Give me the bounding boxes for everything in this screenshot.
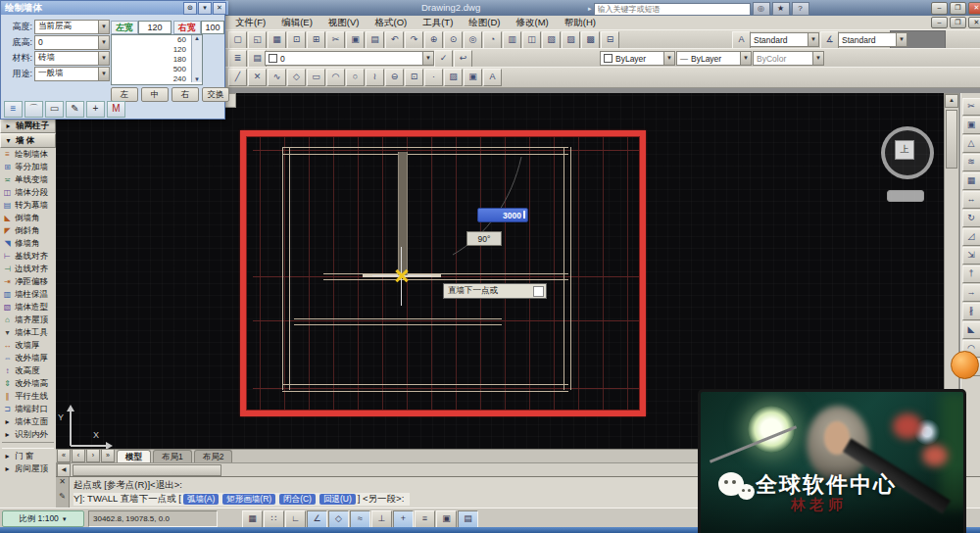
- color-control-dropdown[interactable]: ByLayer▼: [600, 51, 675, 66]
- redo-icon[interactable]: ↷: [405, 31, 423, 49]
- save-icon[interactable]: ▦: [268, 31, 286, 49]
- sidebar-item[interactable]: ▸ 轴网柱子: [0, 119, 56, 133]
- sidebar-item[interactable]: ◤ 倒斜角: [0, 224, 56, 237]
- layer-properties-icon[interactable]: ≣: [228, 50, 247, 68]
- plot-icon[interactable]: ⊡: [287, 31, 306, 49]
- tool-palettes-icon[interactable]: ▧: [542, 31, 561, 49]
- tab-scroll-arrow[interactable]: »: [101, 449, 115, 462]
- sidebar-item[interactable]: ⌂ 墙齐屋顶: [0, 314, 56, 326]
- plot-preview-icon[interactable]: ⊞: [307, 31, 325, 49]
- ellipse-icon[interactable]: ⊖: [385, 69, 404, 86]
- sidebar-item[interactable]: ▾ 墙体工具: [0, 326, 56, 339]
- array-icon[interactable]: ▦: [962, 172, 980, 190]
- field-dropdown[interactable]: 一般墙▼: [34, 67, 110, 81]
- otrack-toggle[interactable]: ≈: [350, 510, 370, 528]
- field-dropdown[interactable]: 砖墙▼: [34, 51, 110, 66]
- erase-icon[interactable]: ✂: [962, 98, 980, 116]
- extend-icon[interactable]: →: [962, 284, 980, 302]
- sidebar-item[interactable]: ∥ 平行生线: [0, 390, 56, 403]
- properties-icon[interactable]: ▥: [503, 31, 521, 49]
- line-icon[interactable]: ╱: [228, 69, 247, 86]
- dynamic-input-angle[interactable]: 90°: [466, 231, 502, 246]
- help-icon[interactable]: ?: [792, 2, 809, 16]
- menu-item[interactable]: 编辑(E): [273, 16, 320, 28]
- align-button[interactable]: 左: [111, 87, 138, 102]
- child-close-button[interactable]: ✕: [968, 17, 980, 28]
- menu-item[interactable]: 格式(O): [367, 16, 415, 28]
- sidebar-item[interactable]: [2, 442, 54, 449]
- undo-icon[interactable]: ↶: [385, 31, 404, 49]
- menu-item[interactable]: 工具(T): [415, 16, 461, 28]
- snap-toggle[interactable]: ▦: [242, 510, 263, 528]
- scroll-left-arrow[interactable]: ◀: [57, 463, 71, 477]
- model-toggle[interactable]: ▤: [458, 510, 478, 528]
- close-button[interactable]: ✕: [968, 2, 980, 15]
- sidebar-item[interactable]: ⊣ 边线对齐: [0, 263, 56, 275]
- qp-toggle[interactable]: ▣: [436, 510, 457, 528]
- dialog-title-bar[interactable]: 绘制墙体 ⊙▾✕: [1, 1, 228, 15]
- markup-icon[interactable]: ▩: [581, 31, 600, 49]
- mirror-icon[interactable]: △: [962, 135, 980, 153]
- polygon-icon[interactable]: ◇: [287, 69, 306, 86]
- preset-row[interactable]: 60: [112, 35, 202, 45]
- break-icon[interactable]: ∦: [962, 303, 980, 320]
- dialog-pin-icon[interactable]: ⊙: [183, 2, 197, 15]
- scale-selector[interactable]: 比例 1:100▼: [2, 510, 84, 527]
- zoom-window-icon[interactable]: ◎: [464, 31, 482, 49]
- straight-wall-icon[interactable]: ≡: [4, 101, 23, 118]
- dialog-close-icon[interactable]: ✕: [213, 2, 226, 15]
- sidebar-item[interactable]: ⇔ 改外墙厚: [0, 352, 56, 364]
- sidebar-item[interactable]: ▸ 墙体立面: [0, 415, 56, 428]
- dialog-rollup-icon[interactable]: ▾: [198, 2, 212, 15]
- sidebar-item[interactable]: ≍ 单线变墙: [0, 173, 56, 186]
- rotate-icon[interactable]: ↻: [962, 210, 980, 227]
- sidebar-item[interactable]: ◥ 修墙角: [0, 237, 56, 250]
- sidebar-item[interactable]: ↕ 改高度: [0, 364, 56, 377]
- command-option-chip[interactable]: 弧墙(A): [183, 494, 219, 505]
- copy-clip-icon[interactable]: ▣: [346, 31, 365, 49]
- field-dropdown[interactable]: 当前层高▼: [34, 20, 110, 34]
- infocenter-search-input[interactable]: [594, 3, 751, 16]
- arc-icon[interactable]: ◠: [326, 69, 345, 86]
- command-close-icon[interactable]: ✕: [56, 477, 69, 486]
- wall-width-preset-list[interactable]: 60120180500240 ▲ ▼: [111, 34, 203, 85]
- circle-icon[interactable]: ○: [346, 69, 365, 86]
- point-icon[interactable]: ·: [424, 69, 443, 86]
- polar-toggle[interactable]: ∠: [307, 510, 327, 528]
- child-restore-button[interactable]: ❐: [950, 17, 966, 28]
- sidebar-item[interactable]: ⇥ 净距偏移: [0, 275, 56, 288]
- ortho-toggle[interactable]: ∟: [285, 510, 306, 528]
- preset-row[interactable]: 240: [112, 74, 202, 84]
- sidebar-item[interactable]: ⊞ 等分加墙: [0, 161, 56, 173]
- hatch-icon[interactable]: ▨: [444, 69, 463, 86]
- preset-row[interactable]: 500: [112, 65, 202, 74]
- dim-style-icon[interactable]: ∡: [820, 31, 839, 49]
- right-width-value[interactable]: 100: [201, 21, 224, 34]
- tab-scroll-arrow[interactable]: ‹: [72, 449, 85, 462]
- command-option-chip[interactable]: 回退(U): [319, 494, 356, 505]
- offset-icon[interactable]: ≋: [962, 154, 980, 171]
- zoom-realtime-icon[interactable]: ⊙: [444, 31, 463, 49]
- left-width-value[interactable]: 120: [138, 21, 172, 34]
- xline-icon[interactable]: ✕: [248, 69, 267, 86]
- vertical-scroll-thumb[interactable]: [946, 110, 957, 169]
- sidebar-item[interactable]: ⊢ 基线对齐: [0, 250, 56, 263]
- dyn-toggle[interactable]: +: [393, 510, 414, 528]
- command-prompt-line[interactable]: Y]: TWALL 直墙下一点或 [弧墙(A)矩形画墙(R)闭合(C)回退(U)…: [74, 493, 410, 506]
- linetype-control-dropdown[interactable]: — ByLayer▼: [676, 51, 752, 66]
- command-option-chip[interactable]: 闭合(C): [279, 494, 316, 505]
- layer-previous-icon[interactable]: ↩: [454, 50, 472, 68]
- menu-item[interactable]: 帮助(H): [557, 16, 604, 28]
- preset-row[interactable]: 120: [112, 45, 202, 55]
- designcenter-icon[interactable]: ◫: [522, 31, 541, 49]
- insert-block-icon[interactable]: ⊡: [405, 69, 423, 86]
- menu-item[interactable]: 文件(F): [227, 16, 273, 28]
- preset-list-scrollbar[interactable]: ▲ ▼: [191, 35, 202, 82]
- view-controls-pill[interactable]: [887, 190, 924, 202]
- mtext-icon[interactable]: A: [483, 69, 502, 86]
- spline-icon[interactable]: ≀: [366, 69, 384, 86]
- scroll-down-arrow[interactable]: ▼: [192, 76, 202, 82]
- rectangle-icon[interactable]: ▭: [307, 69, 325, 86]
- m-marker-icon[interactable]: M: [107, 101, 125, 118]
- ducs-toggle[interactable]: ⊥: [371, 510, 392, 528]
